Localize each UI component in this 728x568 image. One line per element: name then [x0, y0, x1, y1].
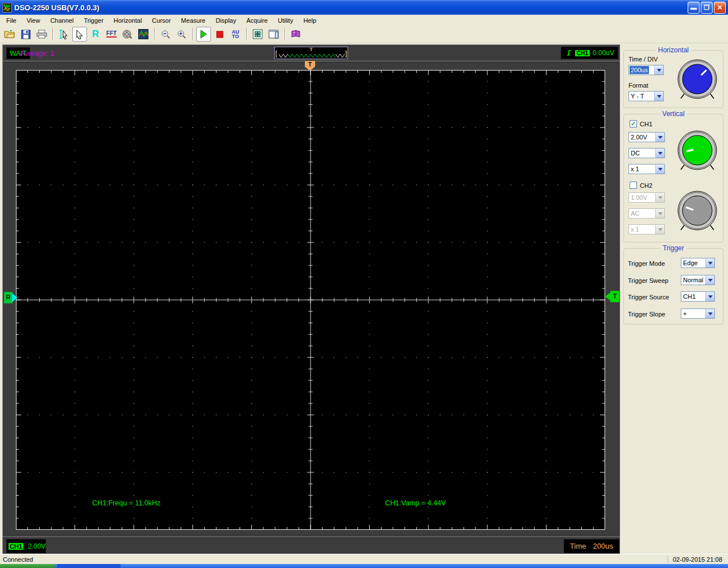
pointer-button[interactable] — [72, 27, 87, 42]
menu-view[interactable]: View — [22, 16, 46, 25]
average-readout: Average: 1 — [20, 50, 54, 57]
preview-trigger-marker[interactable]: T — [275, 47, 348, 52]
toolbar-separator — [52, 28, 53, 40]
waveform-preview[interactable]: T [ ] — [274, 47, 348, 59]
toolbar-separator — [284, 28, 285, 40]
timediv-label: Time / DIV — [628, 56, 658, 63]
stop-button[interactable] — [212, 27, 227, 42]
help-button[interactable] — [288, 27, 303, 42]
toolbar: R FFT AUTO — [0, 26, 728, 43]
ch2-checkbox[interactable]: CH2 — [630, 182, 652, 189]
close-button[interactable]: ✕ — [714, 2, 726, 14]
trigger-readout: CH1 0.00uV — [561, 47, 618, 59]
menu-acquire[interactable]: Acquire — [241, 16, 272, 25]
title-bar[interactable]: DSO-2250 USB(V7.0.0.3) ▬ ❐ ✕ — [0, 0, 728, 15]
chevron-down-icon[interactable] — [705, 258, 714, 267]
ch2-position-knob[interactable] — [676, 190, 718, 232]
start-button[interactable] — [196, 27, 211, 42]
chevron-down-icon[interactable] — [654, 92, 663, 101]
trigger-channel-badge: CH1 — [575, 50, 590, 56]
horizontal-group: Horizontal Time / DIV 200us Format Y - T — [623, 50, 723, 108]
trigger-level-marker[interactable]: T — [605, 291, 620, 302]
preview-waveform — [279, 53, 345, 59]
menu-bar: File View Channel Trigger Horizontal Cur… — [0, 15, 728, 26]
zoom-in-button[interactable] — [174, 27, 189, 42]
restore-button[interactable]: ❐ — [701, 2, 713, 14]
menu-file[interactable]: File — [1, 16, 22, 25]
ch1-badge: CH1 — [9, 543, 23, 550]
taskbar[interactable] — [0, 564, 728, 568]
ch2-coupling-select: AC — [628, 208, 665, 219]
ch2-checkbox-box[interactable] — [630, 182, 637, 189]
chevron-down-icon[interactable] — [654, 65, 663, 75]
fft-button[interactable]: FFT — [104, 27, 119, 42]
reference-marker[interactable]: R — [4, 292, 18, 303]
scope-display[interactable] — [16, 70, 605, 530]
chevron-down-icon[interactable] — [705, 275, 714, 285]
preview-right-bracket: ] — [345, 50, 347, 57]
trigger-slope-select[interactable]: + — [681, 308, 715, 319]
ch2-volts-select: 1.00V — [628, 192, 665, 203]
chevron-down-icon[interactable] — [705, 309, 714, 318]
chevron-down-icon[interactable] — [655, 164, 664, 174]
ch1-coupling-select[interactable]: DC — [628, 148, 665, 158]
record-button[interactable] — [120, 27, 135, 42]
ch1-volts-select[interactable]: 2.00V — [628, 132, 665, 142]
toolbar-separator — [246, 28, 247, 40]
app-logo-icon — [2, 3, 12, 13]
timebase-readout: Time200us — [564, 539, 619, 553]
menu-cursor[interactable]: Cursor — [147, 16, 176, 25]
trigger-group-title: Trigger — [624, 244, 723, 252]
toolbar-separator — [192, 28, 193, 40]
reference-marker-arrow-icon — [12, 293, 18, 302]
print-button[interactable] — [34, 27, 49, 42]
save-button[interactable] — [18, 27, 33, 42]
autoset-button[interactable]: AUTO — [228, 27, 243, 42]
start-button-stub[interactable] — [0, 564, 55, 568]
ch1-frequency-readout: CH1:Frequ = 11.0kHz — [92, 499, 160, 507]
trigger-source-select[interactable]: CH1 — [681, 291, 715, 302]
timediv-select[interactable]: 200us — [628, 65, 664, 75]
ch1-probe-select[interactable]: x 1 — [628, 164, 665, 174]
format-select[interactable]: Y - T — [628, 91, 664, 101]
ch1-position-knob[interactable] — [676, 130, 718, 172]
trigger-mode-select[interactable]: Edge — [681, 258, 715, 268]
control-panel: Horizontal Time / DIV 200us Format Y - T… — [620, 43, 728, 554]
datetime-status: 02-09-2015 21:08 — [668, 556, 728, 563]
window-layout-button[interactable] — [266, 27, 281, 42]
ch1-checkbox-box[interactable]: ✓ — [630, 120, 637, 127]
zoom-out-button[interactable] — [158, 27, 173, 42]
refresh-r-button[interactable]: R — [88, 27, 103, 42]
toolbar-separator — [154, 28, 155, 40]
menu-channel[interactable]: Channel — [45, 16, 78, 25]
chevron-down-icon — [655, 209, 664, 218]
fullscreen-button[interactable] — [250, 27, 265, 42]
horizontal-knob[interactable] — [676, 59, 718, 101]
menu-horizontal[interactable]: Horizontal — [109, 16, 147, 25]
menu-utility[interactable]: Utility — [273, 16, 299, 25]
format-label: Format — [628, 82, 648, 89]
ch1-vamp-readout: CH1:Vamp = 4.44V — [385, 499, 446, 507]
chevron-down-icon[interactable] — [655, 149, 664, 158]
menu-trigger[interactable]: Trigger — [78, 16, 108, 25]
ch1-checkbox[interactable]: ✓CH1 — [630, 120, 652, 127]
vertical-group: Vertical ✓CH1 2.00V DC x 1 CH2 1.00V AC — [623, 114, 723, 242]
connection-status: Connected — [0, 556, 668, 563]
menu-display[interactable]: Display — [210, 16, 241, 25]
menu-help[interactable]: Help — [298, 16, 321, 25]
trigger-time-marker[interactable]: T — [305, 61, 315, 71]
chevron-down-icon — [655, 225, 664, 234]
open-button[interactable] — [2, 27, 17, 42]
taskbar-button-stub[interactable] — [57, 564, 121, 568]
menu-measure[interactable]: Measure — [176, 16, 210, 25]
vertical-group-title: Vertical — [624, 110, 723, 118]
waveform-view-button[interactable] — [136, 27, 151, 42]
chevron-down-icon[interactable] — [655, 133, 664, 142]
cursor-measure-button[interactable] — [56, 27, 71, 42]
chevron-down-icon[interactable] — [705, 292, 714, 301]
trigger-sweep-select[interactable]: Normal — [681, 275, 715, 285]
chevron-down-icon — [655, 193, 664, 202]
trigger-sweep-label: Trigger Sweep — [628, 277, 668, 284]
minimize-button[interactable]: ▬ — [688, 2, 700, 14]
window-title: DSO-2250 USB(V7.0.0.3) — [14, 3, 100, 12]
